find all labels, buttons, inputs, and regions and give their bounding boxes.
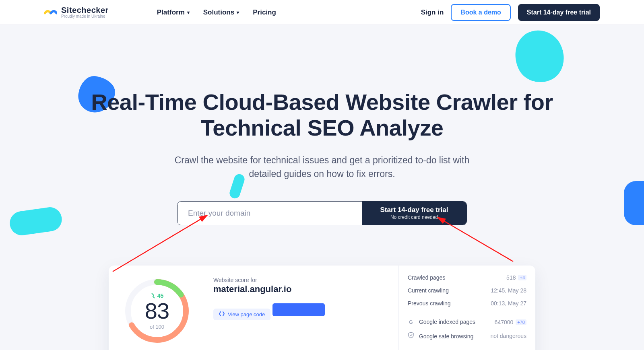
stat-value: 518 <box>506 274 516 281</box>
shield-icon <box>408 332 414 338</box>
hero-subtitle-line1: Crawl the website for technical issues a… <box>175 155 470 165</box>
nav-pricing-label: Pricing <box>253 8 276 16</box>
nav-platform-label: Platform <box>157 8 185 16</box>
trial-button-hero-main: Start 14-day free trial <box>380 206 448 214</box>
hero-subtitle-line2: detailed guides on how to fix errors. <box>249 169 395 179</box>
google-icon: G <box>408 319 414 325</box>
score-of: of 100 <box>150 324 164 330</box>
stat-value: 00:13, May 27 <box>491 300 526 307</box>
logo-tagline: Proudly made in Ukraine <box>61 14 109 19</box>
score-gauge: 45 83 of 100 <box>123 277 191 345</box>
domain-input[interactable] <box>178 202 362 225</box>
hero-title: Real-Time Cloud-Based Website Crawler fo… <box>0 89 644 141</box>
hero: Real-Time Cloud-Based Website Crawler fo… <box>0 25 644 225</box>
view-page-code-label: View page code <box>228 311 265 317</box>
stat-label: Crawled pages <box>408 274 445 281</box>
primary-action-button[interactable] <box>272 303 325 316</box>
stat-previous-crawling: Prevous crawling 00:13, May 27 <box>408 297 526 310</box>
stat-delta: +70 <box>516 319 526 325</box>
crawl-stats: Crawled pages 518 +4 Current crawling 12… <box>398 266 535 350</box>
hero-title-line1: Real-Time Cloud-Based Website Crawler fo… <box>91 89 553 115</box>
dashboard-preview: 45 83 of 100 Website score for material.… <box>109 266 535 350</box>
trial-button-hero-sub: No credit card needed <box>390 214 438 220</box>
stat-google-indexed: G Google indexed pages 647000 +70 <box>408 315 526 329</box>
book-demo-button[interactable]: Book a demo <box>451 4 510 21</box>
trial-button-top[interactable]: Start 14-day free trial <box>518 4 600 21</box>
score-gauge-area: 45 83 of 100 <box>109 266 205 350</box>
stat-label: Current crawling <box>408 287 449 294</box>
nav-pricing[interactable]: Pricing <box>253 8 276 16</box>
logo-icon <box>44 8 57 16</box>
stat-label: Google indexed pages <box>419 319 475 325</box>
stat-value: not dangerous <box>490 333 526 339</box>
stat-value: 647000 <box>495 319 514 325</box>
logo[interactable]: Sitechecker Proudly made in Ukraine <box>44 6 109 19</box>
stat-delta: +4 <box>518 275 526 280</box>
stat-label: Google safe browsing <box>419 333 473 340</box>
chevron-down-icon: ▾ <box>187 10 190 15</box>
top-nav: Sitechecker Proudly made in Ukraine Plat… <box>0 0 644 25</box>
trial-button-hero[interactable]: Start 14-day free trial No credit card n… <box>362 202 466 225</box>
nav-solutions[interactable]: Solutions ▾ <box>203 8 239 16</box>
nav-solutions-label: Solutions <box>203 8 234 16</box>
stat-value: 12:45, May 28 <box>491 287 526 294</box>
score-details: Website score for material.angular.io Vi… <box>205 266 398 350</box>
code-icon <box>219 311 225 317</box>
stat-current-crawling: Current crawling 12:45, May 28 <box>408 284 526 297</box>
website-domain: material.angular.io <box>213 284 390 294</box>
nav-platform[interactable]: Platform ▾ <box>157 8 190 16</box>
stat-crawled-pages: Crawled pages 518 +4 <box>408 271 526 284</box>
signin-link[interactable]: Sign in <box>421 8 444 16</box>
domain-input-row: Start 14-day free trial No credit card n… <box>177 201 467 225</box>
nav-links: Platform ▾ Solutions ▾ Pricing <box>157 8 276 16</box>
score-value: 83 <box>145 300 169 322</box>
trend-up-icon <box>151 293 155 299</box>
logo-text: Sitechecker <box>61 6 109 14</box>
view-page-code-button[interactable]: View page code <box>213 309 270 320</box>
stat-google-safe: Google safe browsing not dangerous <box>408 329 526 343</box>
website-score-for: Website score for <box>213 277 390 283</box>
hero-title-line2: Technical SEO Analyze <box>201 115 444 140</box>
chevron-down-icon: ▾ <box>237 10 239 15</box>
stat-label: Prevous crawling <box>408 300 451 307</box>
hero-subtitle: Crawl the website for technical issues a… <box>0 153 644 181</box>
